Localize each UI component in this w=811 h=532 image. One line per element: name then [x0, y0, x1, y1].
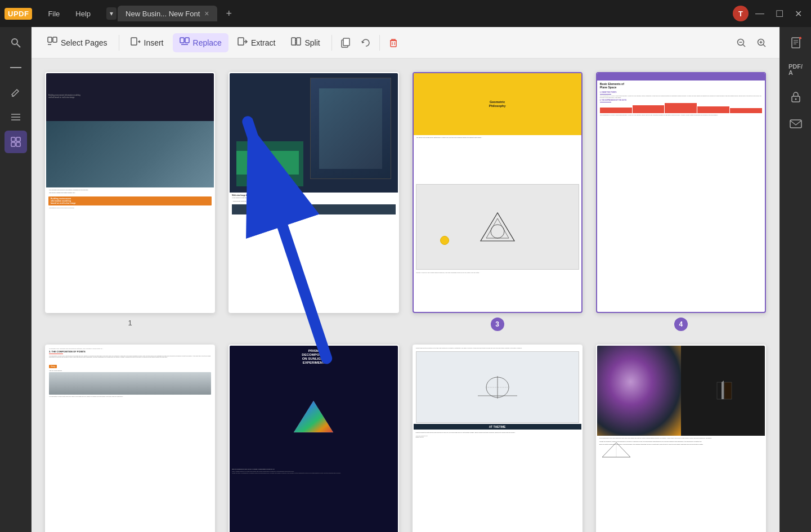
tab-active[interactable]: New Busin... New Font ×	[118, 6, 217, 21]
svg-rect-8	[16, 137, 20, 141]
svg-line-33	[743, 44, 745, 47]
minimize-button[interactable]: —	[751, 6, 769, 21]
rotate-button[interactable]	[357, 34, 375, 52]
page-number: 1	[128, 319, 132, 327]
insert-button[interactable]: Insert	[124, 33, 171, 52]
close-button[interactable]: ✕	[790, 6, 806, 21]
split-icon	[291, 37, 301, 49]
svg-point-61	[795, 99, 796, 100]
select-pages-label: Select Pages	[61, 38, 107, 47]
split-button[interactable]: Split	[284, 33, 326, 52]
replace-icon	[180, 37, 190, 49]
page-thumb[interactable]: Basic Elements ofPlane Space 1. KNOW THE…	[596, 72, 766, 313]
select-pages-button[interactable]: Select Pages	[41, 33, 114, 52]
menu-bar: File Help	[41, 7, 97, 20]
page-item: Formulates from dominant text summarizes…	[45, 345, 215, 533]
svg-line-1	[17, 44, 20, 47]
menu-file[interactable]: File	[41, 7, 66, 20]
minus-icon[interactable]	[5, 56, 27, 79]
window-controls: T — ☐ ✕	[733, 6, 806, 21]
insert-label: Insert	[144, 38, 164, 47]
svg-rect-12	[53, 37, 57, 42]
insert-icon	[131, 37, 141, 49]
divider-3	[379, 35, 380, 51]
page-item: These studies laid the foundation for th…	[413, 345, 583, 533]
svg-marker-40	[486, 218, 509, 238]
list-icon[interactable]	[5, 106, 27, 128]
svg-rect-14	[131, 38, 137, 45]
tab-title: New Busin... New Font	[126, 10, 200, 18]
split-label: Split	[304, 38, 320, 47]
svg-rect-18	[180, 38, 184, 43]
tab-close-button[interactable]: ×	[204, 9, 209, 18]
titlebar: UPDF File Help ▾ New Busin... New Font ×…	[0, 0, 811, 27]
svg-rect-27	[343, 38, 350, 46]
page-item: Multi-view Image Analysis In the process…	[228, 72, 398, 331]
toolbar: Select Pages Insert	[32, 27, 779, 59]
pdf-a-icon[interactable]: PDF/A	[785, 59, 807, 81]
svg-rect-54	[792, 38, 800, 48]
svg-rect-7	[11, 137, 15, 141]
page-thumb[interactable]: Formulates from dominant text summarizes…	[45, 345, 215, 533]
page-thumb[interactable]: Multi-view Image Analysis In the process…	[228, 72, 398, 313]
avatar[interactable]: T	[733, 6, 749, 21]
pages-icon[interactable]	[5, 131, 27, 153]
sidebar-left	[0, 27, 32, 532]
page-number-area: 1	[128, 318, 132, 327]
select-pages-icon	[47, 37, 57, 49]
svg-rect-10	[16, 142, 20, 146]
document-icon[interactable]	[785, 32, 807, 54]
page-number-area: 4	[674, 318, 688, 331]
zoom-in-button[interactable]	[752, 34, 770, 52]
replace-label: Replace	[193, 38, 222, 47]
divider-1	[119, 35, 119, 51]
extract-icon	[238, 37, 248, 49]
page-item: Basic Elements ofPlane Space 1. KNOW THE…	[596, 72, 766, 331]
page-item: This experiment can help replicate ones …	[596, 345, 766, 533]
page-item: GeometricPhilosophy The needle of the im…	[413, 72, 583, 331]
page-thumb[interactable]: This experiment can help replicate ones …	[596, 345, 766, 533]
svg-rect-50	[724, 382, 732, 399]
page-number-area: 2	[312, 318, 316, 327]
copy-page-button[interactable]	[337, 34, 355, 52]
tab-dropdown[interactable]: ▾	[106, 7, 117, 20]
svg-point-59	[799, 37, 801, 39]
lock-icon[interactable]	[785, 86, 807, 108]
mail-icon[interactable]	[785, 113, 807, 135]
delete-button[interactable]	[384, 34, 402, 52]
page-thumb[interactable]: GeometricPhilosophy The needle of the im…	[413, 72, 583, 313]
svg-point-41	[491, 225, 504, 238]
svg-rect-28	[391, 41, 396, 47]
add-tab-button[interactable]: +	[222, 7, 237, 21]
svg-line-37	[763, 44, 765, 47]
svg-rect-19	[185, 38, 189, 43]
page-thumb[interactable]: PRISMDECOMPOSITION SUNLIGHTEXPERIMENT	[228, 345, 398, 533]
svg-rect-62	[790, 120, 801, 128]
maximize-button[interactable]: ☐	[771, 6, 788, 21]
replace-button[interactable]: Replace	[173, 33, 228, 52]
app-body: Select Pages Insert	[0, 27, 811, 532]
svg-marker-42	[294, 401, 333, 432]
page-thumb[interactable]: These studies laid the foundation for th…	[413, 345, 583, 533]
page-badge: 3	[491, 318, 504, 331]
pages-grid: Building environment information modelin…	[32, 59, 779, 532]
extract-label: Extract	[251, 38, 276, 47]
svg-marker-51	[722, 381, 724, 399]
page-item: PRISMDECOMPOSITION SUNLIGHTEXPERIMENT	[228, 345, 398, 533]
search-icon[interactable]	[5, 32, 27, 54]
svg-rect-21	[238, 38, 244, 45]
sidebar-right: PDF/A	[779, 27, 811, 532]
page-thumb[interactable]: Building environment information modelin…	[45, 72, 215, 313]
zoom-out-button[interactable]	[732, 34, 750, 52]
svg-rect-9	[11, 142, 15, 146]
svg-marker-39	[481, 213, 514, 241]
svg-rect-23	[292, 38, 295, 45]
menu-help[interactable]: Help	[69, 7, 97, 20]
page-number: 2	[312, 319, 316, 327]
tab-bar: ▾ New Busin... New Font × +	[106, 6, 733, 21]
extract-button[interactable]: Extract	[231, 33, 283, 52]
page-badge: 4	[674, 318, 688, 331]
app-logo: UPDF	[5, 8, 32, 20]
page-item: Building environment information modelin…	[45, 72, 215, 331]
edit-icon[interactable]	[5, 81, 27, 104]
